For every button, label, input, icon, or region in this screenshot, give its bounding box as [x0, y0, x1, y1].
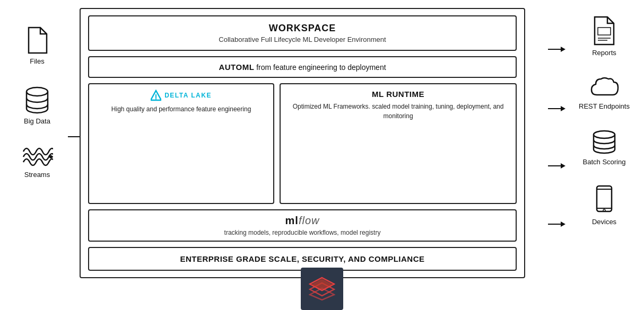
database-icon [24, 86, 50, 114]
workspace-title: WORKSPACE [97, 23, 508, 34]
streams-label: Streams [24, 171, 50, 179]
automl-text: AUTOML from feature engineering to deplo… [97, 63, 508, 72]
svg-point-1 [49, 155, 53, 158]
output-batch: Batch Scoring [583, 129, 626, 166]
automl-box: AUTOML from feature engineering to deplo… [88, 56, 517, 78]
input-streams: Streams [21, 146, 53, 179]
mlflow-flow: flow [299, 215, 320, 226]
svg-point-9 [594, 131, 615, 138]
bigdata-label: Big Data [24, 117, 50, 125]
file-icon [25, 26, 49, 54]
middle-row: DELTA LAKE High quality and performance … [88, 83, 517, 204]
mlflow-desc: tracking models, reproducible workflows,… [97, 229, 508, 236]
automl-bold: AUTOML [219, 63, 254, 72]
streams-icon [21, 146, 53, 167]
workspace-subtitle: Collaborative Full Lifecycle ML Develope… [97, 36, 508, 43]
bottom-logo [301, 268, 343, 310]
delta-desc: High quality and performance feature eng… [97, 104, 266, 114]
runtime-title: ML RUNTIME [288, 90, 508, 99]
svg-rect-6 [598, 28, 611, 35]
output-rest: REST Endpoints [579, 76, 630, 110]
output-reports: Reports [591, 16, 617, 57]
svg-point-5 [155, 98, 156, 99]
arrow-devices [548, 222, 565, 227]
arrow-batch [548, 163, 565, 169]
enterprise-title: ENTERPRISE GRADE SCALE, SECURITY, AND CO… [97, 254, 508, 263]
reports-icon [591, 16, 617, 46]
svg-rect-10 [597, 186, 612, 211]
automl-rest: from feature engineering to deployment [254, 63, 386, 72]
batch-label: Batch Scoring [583, 158, 626, 166]
runtime-desc: Optimized ML Frameworks. scaled model tr… [288, 102, 508, 121]
delta-triangle-icon [151, 90, 161, 101]
rest-label: REST Endpoints [579, 102, 630, 110]
output-devices: Devices [592, 185, 616, 226]
batch-icon [590, 129, 618, 155]
left-inputs: Files Big Data Streams [5, 26, 69, 179]
arrow-rest [548, 106, 565, 111]
mlflow-box: mlflow tracking models, reproducible wor… [88, 209, 517, 242]
workspace-box: WORKSPACE Collaborative Full Lifecycle M… [88, 15, 517, 51]
reports-label: Reports [592, 49, 616, 57]
svg-point-13 [603, 209, 605, 211]
mlflow-title: mlflow [97, 215, 508, 227]
main-box: WORKSPACE Collaborative Full Lifecycle M… [80, 8, 525, 278]
delta-box: DELTA LAKE High quality and performance … [88, 83, 274, 204]
devices-label: Devices [592, 218, 616, 226]
right-outputs: Reports REST Endpoints Batch Scoring [570, 16, 639, 226]
arrow-reports [548, 47, 565, 52]
input-files: Files [25, 26, 49, 65]
diagram-container: Files Big Data Streams [0, 0, 644, 310]
runtime-box: ML RUNTIME Optimized ML Frameworks. scal… [280, 83, 517, 204]
input-bigdata: Big Data [24, 86, 50, 125]
delta-logo: DELTA LAKE [97, 90, 266, 101]
cloud-icon [589, 76, 619, 99]
databricks-logo-icon [309, 277, 335, 301]
svg-point-0 [27, 87, 48, 96]
delta-logo-text: DELTA LAKE [164, 92, 212, 99]
mlflow-ml: ml [285, 215, 299, 226]
files-label: Files [30, 57, 44, 65]
devices-icon [595, 185, 614, 215]
